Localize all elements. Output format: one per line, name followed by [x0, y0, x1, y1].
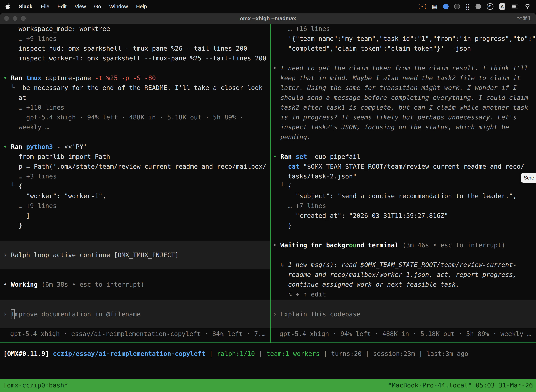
terminal-line: • Ran tmux capture-pane -t %25 -p -S -80: [3, 73, 270, 83]
terminal-line: └ {: [273, 181, 536, 191]
text-segment: … +16 lines: [273, 25, 330, 32]
left-terminal-pane[interactable]: workspace_mode: worktree … +9 lines insp…: [0, 24, 270, 342]
text-segment: "completed","claim_token":"claim-token"}…: [273, 45, 471, 52]
text-segment: I: [11, 309, 15, 319]
text-segment: "subject": "send a concise recommendatio…: [273, 192, 517, 200]
text-segment: inspect_worker-1: omx sparkshell --tmux-…: [3, 55, 266, 62]
terminal-line: }: [273, 221, 536, 230]
battery-icon[interactable]: [511, 5, 518, 9]
text-segment: at: [3, 94, 26, 101]
text-segment: [OMX#0.11.9]: [3, 350, 53, 357]
terminal-line: … +9 lines: [3, 34, 270, 44]
right-pane-output: … +16 lines '{"team_name":"my-team","tas…: [271, 24, 536, 299]
terminal-line: [3, 132, 270, 142]
tmux-host-info: "MacBook-Pro-44.local" 05:03 31-Mar-26: [388, 380, 533, 390]
terminal-line: [273, 142, 536, 152]
text-segment: inspect_hud: omx sparkshell --tmux-pane …: [3, 45, 247, 52]
text-segment: Ralph loop active continue [OMX_TMUX_INJ…: [11, 250, 179, 260]
terminal-line: • Ran set -euo pipefail: [273, 152, 536, 162]
menu-item-help[interactable]: Help: [136, 4, 147, 9]
wifi-icon[interactable]: [524, 4, 531, 9]
composer-input[interactable]: › Ralph loop active continue [OMX_TMUX_I…: [0, 241, 270, 269]
text-segment: •: [273, 242, 280, 249]
text-segment: should send a message before completing …: [273, 94, 528, 101]
menu-item-go[interactable]: Go: [94, 4, 101, 9]
window-title: omx --xhigh --madmax: [240, 15, 296, 21]
text-segment: |: [255, 350, 266, 357]
terminal-window: omx --xhigh --madmax ⌥⌘1 workspace_mode:…: [0, 13, 536, 392]
terminal-line: • Waiting for background terminal (3m 46…: [273, 240, 536, 250]
terminal-line: p = Path('.omx/state/team/review-current…: [3, 162, 270, 171]
profile-icon[interactable]: [475, 4, 481, 9]
text-segment: python3: [26, 143, 57, 150]
text-segment: ou: [349, 242, 357, 249]
screen-recording-icon[interactable]: [419, 4, 426, 9]
text-segment: tmux: [26, 74, 45, 81]
dark-app-icon[interactable]: [454, 4, 460, 9]
menu-item-window[interactable]: Window: [109, 4, 128, 9]
text-segment: from pathlib import Path: [3, 153, 110, 160]
grid-icon[interactable]: ▦: [432, 4, 437, 9]
tmux-session-info[interactable]: [omx-cczip0:bash*: [3, 380, 68, 390]
text-segment: (6m 38s • esc to interrupt): [42, 281, 144, 288]
terminal-line: weekly …: [3, 122, 270, 132]
menu-item-edit[interactable]: Edit: [57, 4, 67, 9]
terminal-line: … +9 lines: [3, 201, 270, 211]
menu-bar: Slack File Edit View Go Window Help ▦ ⣿ …: [0, 0, 536, 13]
text-segment: "created_at": "2026-03-31T11:59:27.816Z": [273, 212, 448, 219]
dots-grid-icon[interactable]: ⣿: [465, 4, 470, 9]
text-segment: workspace_mode: worktree: [3, 25, 110, 32]
terminal-line: is in progress? It seems likely but perh…: [273, 112, 536, 122]
terminal-line: continue assigned work or next feasible …: [273, 280, 536, 289]
text-segment: gpt-5.4 xhigh · 94% left · 488K in · 5.1…: [279, 330, 531, 337]
working-status-line: • Working (6m 38s • esc to interrupt): [0, 280, 270, 289]
menu-item-view[interactable]: View: [75, 4, 86, 9]
apple-menu[interactable]: [5, 3, 11, 10]
right-terminal-pane[interactable]: … +16 lines '{"team_name":"my-team","tas…: [271, 24, 536, 342]
text-segment: (3m 46s • esc to interrupt): [402, 242, 505, 249]
battery-percent-badge[interactable]: 61: [487, 3, 493, 10]
terminal-line: ↳ 1 new msg(s): read $OMX_TEAM_STATE_ROO…: [273, 260, 536, 270]
text-segment: •: [273, 153, 280, 160]
text-segment: keep that in mind. Maybe I also need the…: [273, 74, 521, 81]
text-segment: •: [273, 65, 280, 72]
pane-status-line: gpt-5.4 xhigh · essay/ai-reimplementatio…: [0, 329, 270, 339]
composer-input[interactable]: › Explain this codebase: [271, 300, 536, 328]
menu-item-file[interactable]: File: [41, 4, 49, 9]
window-title-bar[interactable]: omx --xhigh --madmax ⌥⌘1: [0, 13, 536, 24]
minimize-button[interactable]: [13, 16, 17, 21]
text-segment: "$OMX_TEAM_STATE_ROOT/team/review-curren…: [303, 163, 524, 170]
text-segment: ›: [273, 309, 280, 319]
text-segment: tasks/task-2.json": [273, 173, 357, 180]
terminal-line: should send a message before completing …: [273, 93, 536, 103]
input-source-icon[interactable]: A: [499, 3, 505, 10]
text-segment: ]: [3, 212, 30, 219]
text-segment: task2 after task1 is complete, but can I…: [273, 104, 528, 111]
composer-input[interactable]: › Improve documentation in @filename: [0, 300, 270, 328]
text-segment: •: [3, 281, 11, 288]
terminal-line: from pathlib import Path: [3, 152, 270, 162]
pane-divider-horizontal[interactable]: [0, 342, 536, 343]
app-menu-title[interactable]: Slack: [19, 4, 32, 9]
text-segment: be necessary for the end of the README. …: [22, 84, 262, 91]
text-segment: weekly …: [3, 123, 49, 131]
text-segment: … +3 lines: [3, 173, 57, 180]
text-segment: |: [415, 350, 426, 357]
screen-capture-notification[interactable]: Scre: [521, 173, 536, 183]
close-button[interactable]: [4, 16, 9, 21]
text-segment: cczip/essay/ai-reimplementation-copyleft: [53, 350, 206, 357]
zoom-button[interactable]: [21, 16, 26, 21]
omx-status-line: [OMX#0.11.9] cczip/essay/ai-reimplementa…: [0, 349, 536, 359]
terminal-line: … +110 lines: [3, 103, 270, 112]
raycast-icon[interactable]: [443, 4, 449, 9]
text-segment: └: [273, 182, 288, 190]
left-pane-output: workspace_mode: worktree … +9 lines insp…: [0, 24, 270, 230]
text-segment: Ran: [11, 143, 26, 150]
terminal-line: ]: [3, 211, 270, 221]
text-segment: set: [296, 153, 311, 160]
terminal-line: └ {: [3, 181, 270, 191]
text-segment: cat: [288, 163, 303, 170]
terminal-line: "created_at": "2026-03-31T11:59:27.816Z": [273, 211, 536, 221]
text-segment: ⌥ + ↑ edit: [273, 291, 326, 298]
text-segment: '{"team_name":"my-team","task_id":"1","f…: [273, 35, 536, 42]
